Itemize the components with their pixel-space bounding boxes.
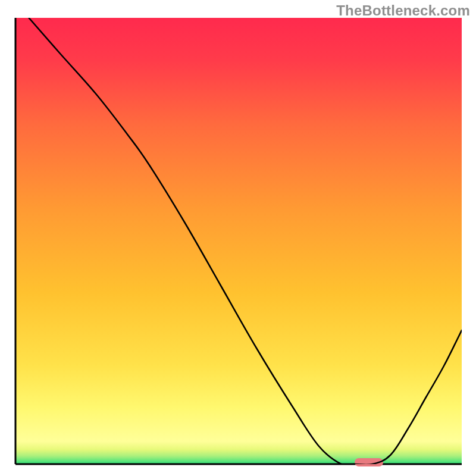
gradient-main <box>15 18 462 441</box>
gradient-bottom-band <box>15 441 462 464</box>
chart-container: TheBottleneck.com <box>0 0 476 476</box>
plot-background <box>15 18 462 464</box>
watermark-text: TheBottleneck.com <box>336 2 470 19</box>
bottleneck-chart <box>0 0 476 476</box>
